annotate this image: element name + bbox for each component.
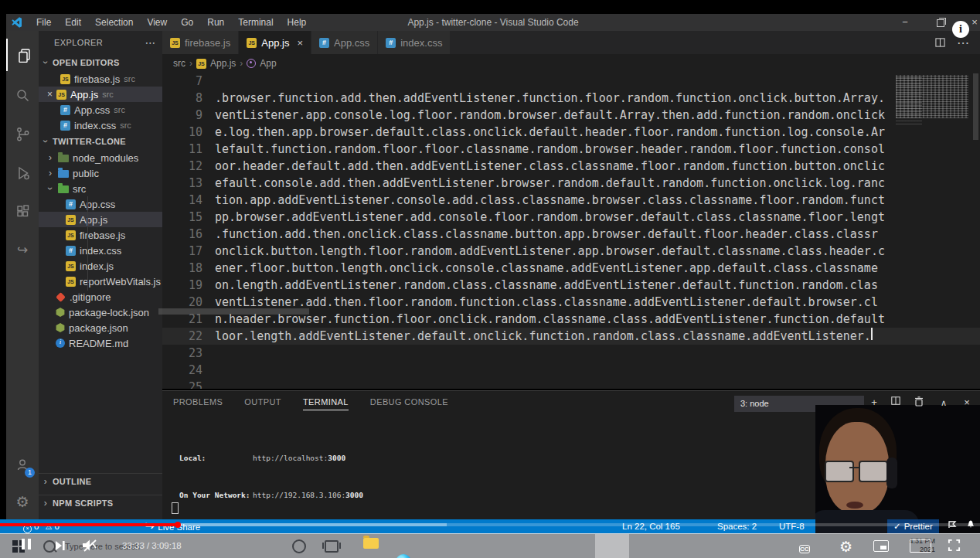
edge-icon[interactable] bbox=[394, 553, 413, 558]
file-gitignore[interactable]: .gitignore bbox=[39, 289, 162, 305]
notifications-bell-icon[interactable] bbox=[966, 519, 975, 533]
menu-file[interactable]: File bbox=[29, 14, 58, 31]
line-number[interactable]: 11 bbox=[162, 141, 215, 158]
code-text[interactable]: lefault.function.random.floor.floor.clas… bbox=[215, 141, 885, 158]
code-text[interactable]: pp.browser.addEventListener.add.console.… bbox=[215, 209, 885, 226]
tab-firebase-js[interactable]: JSfirebase.js bbox=[162, 31, 239, 54]
tab-problems[interactable]: PROBLEMS bbox=[173, 397, 223, 407]
line-number[interactable]: 16 bbox=[162, 226, 215, 243]
open-editor-firebase[interactable]: JS firebase.js src bbox=[39, 71, 162, 87]
encoding[interactable]: UTF-8 bbox=[779, 519, 805, 533]
menu-run[interactable]: Run bbox=[200, 14, 231, 31]
file-app-css[interactable]: #App.css bbox=[39, 196, 162, 212]
line-number[interactable]: 12 bbox=[162, 158, 215, 175]
code-text[interactable]: ener.floor.button.length.onclick.console… bbox=[215, 260, 878, 277]
problems-status[interactable]: ×00 bbox=[23, 519, 60, 533]
code-text[interactable]: ventListener.app.console.log.floor.rando… bbox=[215, 107, 885, 124]
settings-gear-icon[interactable] bbox=[6, 485, 39, 518]
open-editor-appjs[interactable]: JS App.js src bbox=[39, 87, 162, 102]
run-debug-icon[interactable] bbox=[6, 156, 39, 189]
search-icon[interactable] bbox=[6, 79, 39, 111]
line-number[interactable]: 7 bbox=[162, 73, 215, 90]
line-number[interactable]: 17 bbox=[162, 243, 215, 260]
yt-pause-button[interactable] bbox=[22, 539, 34, 553]
line-number[interactable]: 9 bbox=[162, 107, 215, 124]
line-number[interactable]: 8 bbox=[162, 90, 215, 107]
code-text[interactable]: oor.header.default.add.then.addEventList… bbox=[215, 158, 885, 175]
source-control-icon[interactable] bbox=[6, 117, 39, 150]
open-editor-appcss[interactable]: # App.css src bbox=[39, 102, 162, 117]
line-number[interactable]: 18 bbox=[162, 260, 215, 277]
file-readme[interactable]: README.md bbox=[39, 335, 162, 351]
folder-node-modules[interactable]: node_modules bbox=[39, 150, 162, 165]
close-tab-icon[interactable] bbox=[297, 37, 303, 49]
code-text[interactable]: on.length.addEventListener.random.class.… bbox=[215, 277, 878, 294]
menu-edit[interactable]: Edit bbox=[58, 14, 88, 31]
split-editor-icon[interactable] bbox=[934, 37, 946, 48]
code-editor[interactable]: 7 8.browser.function.add.then.addEventLi… bbox=[162, 73, 980, 389]
feedback-icon[interactable] bbox=[948, 519, 957, 533]
restore-icon[interactable] bbox=[928, 14, 951, 31]
tab-app-js[interactable]: JSApp.js bbox=[239, 31, 311, 54]
file-index-css[interactable]: #index.css bbox=[39, 243, 162, 258]
yt-progress-track[interactable] bbox=[447, 523, 980, 526]
tab-debug-console[interactable]: DEBUG CONSOLE bbox=[370, 397, 448, 407]
close-panel-icon[interactable] bbox=[960, 396, 974, 410]
file-explorer-icon[interactable] bbox=[362, 534, 380, 553]
file-reportwebvitals[interactable]: JSreportWebVitals.js bbox=[39, 274, 162, 289]
indentation[interactable]: Spaces: 2 bbox=[717, 519, 757, 533]
live-share-status[interactable]: Live Share bbox=[144, 519, 200, 533]
code-text[interactable]: .browser.function.add.then.addEventListe… bbox=[215, 90, 885, 107]
cortana-icon[interactable] bbox=[292, 534, 306, 558]
file-index-js[interactable]: JSindex.js bbox=[39, 258, 162, 274]
formatter-status[interactable]: Prettier bbox=[887, 519, 939, 533]
code-text[interactable]: tion.app.addEventListener.console.add.cl… bbox=[215, 192, 885, 209]
code-text[interactable]: n.header.browser.function.floor.onclick.… bbox=[215, 311, 885, 328]
outline-section[interactable]: OUTLINE bbox=[39, 473, 162, 489]
task-view-icon[interactable] bbox=[325, 534, 339, 558]
menu-view[interactable]: View bbox=[140, 14, 174, 31]
yt-settings-icon[interactable] bbox=[839, 538, 852, 556]
code-text[interactable]: efault.console.add.then.addEventListener… bbox=[215, 175, 885, 192]
line-number[interactable]: 25 bbox=[162, 379, 215, 389]
code-text[interactable]: loor.length.addEventListener.default.onc… bbox=[215, 328, 871, 345]
tab-output[interactable]: OUTPUT bbox=[244, 397, 281, 407]
yt-progress-played[interactable] bbox=[0, 523, 178, 526]
yt-miniplayer-icon[interactable] bbox=[873, 540, 889, 552]
file-app-js[interactable]: JSApp.js bbox=[39, 212, 162, 227]
more-actions-icon[interactable] bbox=[145, 36, 156, 49]
folder-src[interactable]: src bbox=[39, 181, 162, 196]
line-number[interactable]: 13 bbox=[162, 175, 215, 192]
breadcrumb-src[interactable]: src bbox=[173, 58, 185, 69]
yt-mute-icon[interactable] bbox=[80, 539, 97, 555]
line-number[interactable]: 10 bbox=[162, 124, 215, 141]
extensions-icon[interactable] bbox=[6, 195, 39, 227]
npm-scripts-section[interactable]: NPM SCRIPTS bbox=[39, 495, 162, 511]
code-text[interactable]: ventListener.add.then.floor.random.funct… bbox=[215, 294, 878, 311]
yt-progress-thumb[interactable] bbox=[175, 522, 181, 528]
breadcrumb-appjs[interactable]: App.js bbox=[210, 58, 236, 69]
line-number[interactable]: 22 bbox=[162, 328, 215, 345]
tab-app-css[interactable]: #App.css bbox=[311, 31, 378, 54]
line-number[interactable]: 15 bbox=[162, 209, 215, 226]
yt-progress-buffered[interactable] bbox=[178, 523, 447, 526]
maximize-panel-icon[interactable]: ∧ bbox=[937, 396, 951, 410]
split-terminal-icon[interactable] bbox=[889, 396, 903, 410]
tab-terminal[interactable]: TERMINAL bbox=[303, 397, 349, 410]
menu-terminal[interactable]: Terminal bbox=[231, 14, 280, 31]
menu-selection[interactable]: Selection bbox=[88, 14, 140, 31]
line-number[interactable]: 24 bbox=[162, 362, 215, 379]
new-terminal-icon[interactable]: + bbox=[867, 396, 881, 410]
live-share-icon[interactable] bbox=[6, 233, 39, 266]
menu-go[interactable]: Go bbox=[174, 14, 200, 31]
yt-theater-icon[interactable] bbox=[910, 539, 931, 553]
file-firebase-js[interactable]: JSfirebase.js bbox=[39, 227, 162, 243]
yt-captions-button[interactable]: CC bbox=[799, 540, 810, 554]
folder-public[interactable]: public bbox=[39, 165, 162, 181]
line-number[interactable]: 14 bbox=[162, 192, 215, 209]
tab-index-css[interactable]: #index.css bbox=[378, 31, 451, 54]
breadcrumb[interactable]: src › JS App.js › App bbox=[162, 54, 980, 73]
yt-fullscreen-icon[interactable] bbox=[948, 539, 961, 555]
minimize-icon[interactable] bbox=[893, 14, 917, 31]
file-package-json[interactable]: package.json bbox=[39, 320, 162, 335]
